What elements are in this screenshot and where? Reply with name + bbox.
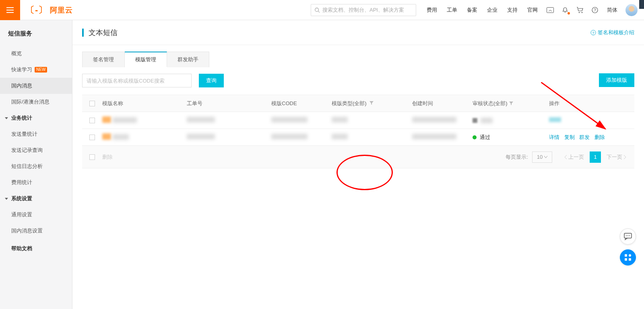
- tab-batch[interactable]: 群发助手: [167, 52, 209, 67]
- checkbox-footer[interactable]: [89, 154, 95, 160]
- checkbox-row[interactable]: [89, 135, 95, 140]
- table-row: [82, 112, 634, 129]
- col-type[interactable]: 模版类型(全部): [332, 100, 412, 107]
- sidebar-item-general[interactable]: 通用设置: [0, 207, 72, 223]
- table-footer: 删除 每页显示: 10 上一页 1 下一页: [82, 146, 634, 168]
- brand-name: 阿里云: [50, 5, 73, 15]
- sidebar-item-domestic-settings[interactable]: 国内消息设置: [0, 223, 72, 239]
- redacted: [271, 134, 308, 139]
- op-delete[interactable]: 删除: [594, 134, 605, 140]
- caret-down-icon: [5, 198, 8, 200]
- language-switch[interactable]: 简体: [602, 6, 622, 14]
- toplink-fee[interactable]: 费用: [422, 6, 442, 14]
- toolbar: 查询: [82, 74, 634, 87]
- svg-point-12: [629, 235, 630, 236]
- new-badge: NEW: [35, 67, 47, 73]
- svg-point-10: [626, 235, 627, 236]
- main: 文本短信 ? 签名和模板介绍 签名管理 模版管理 群发助手 添加模版 查询 模版…: [72, 20, 644, 309]
- col-name: 模版名称: [102, 100, 187, 107]
- global-search[interactable]: 搜索文档、控制台、API、解决方案: [311, 4, 416, 16]
- status-label: 通过: [480, 134, 490, 141]
- scrollbar-hint: [639, 0, 644, 9]
- query-button[interactable]: 查询: [199, 74, 224, 87]
- topbar: 〔-〕 阿里云 搜索文档、控制台、API、解决方案 费用 工单 备案 企业 支持…: [0, 0, 644, 20]
- chevron-left-icon: [564, 155, 568, 159]
- help-icon[interactable]: ?: [588, 7, 602, 13]
- svg-point-3: [582, 12, 583, 13]
- pager-prev[interactable]: 上一页: [560, 151, 587, 163]
- redacted: [113, 134, 129, 140]
- screencast-icon[interactable]: [543, 7, 558, 13]
- brand-logo[interactable]: 〔-〕 阿里云: [26, 4, 73, 16]
- tab-signature[interactable]: 签名管理: [83, 52, 125, 67]
- toplink-ticket[interactable]: 工单: [442, 6, 462, 14]
- pager-next[interactable]: 下一页: [603, 151, 630, 163]
- op-detail[interactable]: 详情: [549, 134, 559, 140]
- redacted: [332, 117, 348, 122]
- redacted: [412, 117, 456, 122]
- chat-icon: [624, 233, 632, 240]
- status-dot-pass: [473, 135, 477, 139]
- svg-point-11: [627, 235, 628, 236]
- op-batch[interactable]: 群发: [579, 134, 590, 140]
- sidebar-item-domestic[interactable]: 国内消息: [0, 78, 72, 94]
- redacted: [187, 117, 215, 122]
- svg-rect-15: [625, 258, 627, 261]
- hamburger-menu-icon[interactable]: [0, 0, 20, 20]
- template-search-input[interactable]: [82, 74, 192, 87]
- pager-current[interactable]: 1: [590, 151, 601, 163]
- redacted: [113, 117, 137, 123]
- cart-icon[interactable]: [572, 7, 588, 13]
- svg-point-2: [579, 12, 580, 13]
- svg-text:?: ?: [592, 31, 594, 35]
- table-header: 模版名称 工单号 模版CODE 模版类型(全部) 创建时间 审核状态(全部) 操…: [82, 95, 634, 112]
- toplink-site[interactable]: 官网: [522, 6, 543, 14]
- col-status[interactable]: 审核状态(全部): [473, 100, 549, 107]
- redacted: [332, 134, 348, 139]
- sidebar-item-quickstart[interactable]: 快速学习NEW: [0, 62, 72, 78]
- sidebar-cat-settings[interactable]: 系统设置: [0, 191, 72, 207]
- redacted: [271, 117, 308, 122]
- help-link[interactable]: ? 签名和模板介绍: [590, 29, 634, 36]
- top-links: 费用 工单 备案 企业 支持 官网 ? 简体: [422, 4, 644, 16]
- redacted: [412, 134, 456, 139]
- avatar[interactable]: [625, 4, 638, 16]
- search-placeholder: 搜索文档、控制台、API、解决方案: [322, 6, 404, 14]
- checkbox-all[interactable]: [89, 101, 95, 106]
- chevron-right-icon: [623, 155, 626, 159]
- sidebar-item-sendlog[interactable]: 发送记录查询: [0, 142, 72, 158]
- toplink-icp[interactable]: 备案: [462, 6, 482, 14]
- page-title: 文本短信: [82, 28, 118, 37]
- col-ops: 操作: [549, 100, 634, 107]
- sidebar-item-help[interactable]: 帮助文档: [0, 241, 72, 257]
- filter-icon: [369, 101, 374, 105]
- sidebar-item-smslog[interactable]: 短信日志分析: [0, 158, 72, 174]
- caret-down-icon: [5, 117, 8, 119]
- sidebar-title: 短信服务: [0, 30, 72, 46]
- sidebar-item-sendstats[interactable]: 发送量统计: [0, 126, 72, 142]
- template-table: 模版名称 工单号 模版CODE 模版类型(全部) 创建时间 审核状态(全部) 操…: [82, 95, 634, 168]
- op-copy[interactable]: 复制: [564, 134, 575, 140]
- toplink-enterprise[interactable]: 企业: [482, 6, 502, 14]
- apps-icon: [624, 254, 632, 261]
- batch-delete[interactable]: 删除: [102, 153, 113, 161]
- svg-rect-16: [629, 258, 631, 261]
- page-size-select[interactable]: 10: [532, 151, 552, 163]
- redacted: [549, 117, 561, 122]
- sidebar-cat-stats[interactable]: 业务统计: [0, 110, 72, 126]
- float-apps-button[interactable]: [620, 249, 636, 265]
- tab-template[interactable]: 模版管理: [125, 52, 167, 67]
- per-page-label: 每页显示:: [506, 153, 528, 161]
- sidebar-item-international[interactable]: 国际/港澳台消息: [0, 94, 72, 110]
- toplink-support[interactable]: 支持: [502, 6, 522, 14]
- bell-icon[interactable]: [558, 7, 572, 13]
- checkbox-row[interactable]: [89, 118, 95, 123]
- question-circle-icon: ?: [590, 30, 596, 35]
- redacted-status-icon: [473, 118, 477, 123]
- redacted: [187, 134, 215, 139]
- redacted: [481, 118, 493, 123]
- sidebar-item-overview[interactable]: 概览: [0, 46, 72, 62]
- float-chat-button[interactable]: [620, 228, 636, 245]
- add-template-button[interactable]: 添加模版: [599, 73, 634, 87]
- sidebar-item-feestats[interactable]: 费用统计: [0, 174, 72, 191]
